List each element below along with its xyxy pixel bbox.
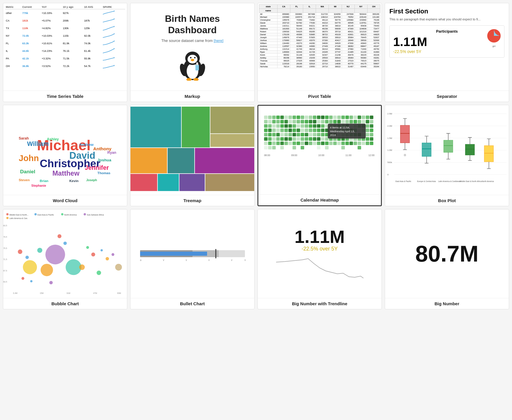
- label-big-number: Big Number: [385, 298, 509, 309]
- card-bullet-chart[interactable]: 0 Y Y Y Y Y Bullet Chart: [130, 209, 255, 309]
- sep-big-number: 1.11M: [393, 36, 501, 48]
- svg-point-342: [106, 257, 109, 261]
- card-calendar-heatmap[interactable]: 4 items at 11:54, Wednesday April 13, 20…: [257, 105, 382, 206]
- card-big-number[interactable]: 80.7M Big Number: [385, 209, 509, 309]
- svg-rect-122: [313, 124, 316, 128]
- svg-rect-52: [158, 174, 179, 191]
- svg-rect-77: [349, 116, 353, 119]
- svg-point-339: [86, 246, 89, 249]
- label-markup: Markup: [130, 91, 254, 102]
- svg-rect-286: [422, 143, 431, 156]
- svg-rect-107: [362, 120, 365, 123]
- svg-rect-50: [195, 148, 254, 173]
- svg-rect-123: [317, 124, 320, 128]
- svg-text:1.5M: 1.5M: [387, 137, 392, 140]
- card-bubble-chart[interactable]: Middle East & North... East Asia & Pacif…: [3, 209, 127, 309]
- svg-point-333: [45, 245, 65, 264]
- svg-text:10:00: 10:00: [318, 154, 324, 157]
- svg-rect-252: [325, 146, 329, 149]
- svg-text:75.5: 75.5: [3, 247, 7, 249]
- card-word-cloud[interactable]: Michael Christopher David John Matthew W…: [3, 105, 127, 206]
- svg-text:Ashley: Ashley: [47, 137, 59, 141]
- card-big-number-trendline[interactable]: 1.11M -22.5% over 5Y Big Number with Tre…: [257, 209, 382, 309]
- svg-text:31M: 31M: [66, 292, 70, 294]
- svg-rect-253: [341, 146, 345, 149]
- markup-link[interactable]: [here]: [214, 38, 223, 43]
- svg-rect-233: [325, 142, 329, 145]
- svg-rect-58: [272, 116, 276, 119]
- svg-rect-46: [210, 107, 254, 133]
- svg-rect-116: [288, 124, 292, 128]
- bn-big-number: 80.7M: [415, 241, 479, 267]
- svg-rect-94: [309, 120, 312, 123]
- svg-rect-59: [276, 116, 280, 119]
- svg-rect-225: [292, 142, 296, 145]
- svg-point-352: [49, 281, 53, 285]
- svg-rect-75: [341, 116, 345, 119]
- svg-rect-21: [195, 65, 199, 70]
- svg-rect-204: [317, 137, 320, 141]
- svg-rect-229: [309, 142, 312, 145]
- preview-big-number: 80.7M: [385, 209, 509, 298]
- svg-text:Stephanie: Stephanie: [31, 184, 46, 187]
- svg-rect-202: [309, 137, 312, 141]
- svg-rect-117: [292, 124, 296, 128]
- svg-text:John: John: [19, 153, 39, 163]
- svg-text:Andrew: Andrew: [79, 142, 94, 147]
- preview-markup: Birth NamesDashboard The source dataset …: [130, 3, 254, 91]
- svg-rect-92: [301, 120, 304, 123]
- svg-text:Kevin: Kevin: [69, 179, 79, 183]
- bullet-chart-svg: 0 Y Y Y Y Y: [137, 245, 248, 262]
- svg-rect-243: [366, 142, 369, 145]
- svg-text:63M: 63M: [117, 292, 121, 294]
- sep-title: First Section: [389, 8, 504, 15]
- card-markup[interactable]: Birth NamesDashboard The source dataset …: [130, 3, 255, 102]
- svg-rect-168: [280, 133, 284, 136]
- svg-rect-53: [179, 174, 205, 191]
- card-separator[interactable]: First Section This is an paragraph that …: [385, 3, 509, 102]
- svg-rect-237: [341, 142, 345, 145]
- svg-point-351: [30, 280, 33, 283]
- svg-point-347: [79, 264, 85, 270]
- svg-rect-245: [264, 146, 268, 149]
- label-bubble-chart: Bubble Chart: [3, 298, 127, 309]
- svg-rect-218: [264, 142, 268, 145]
- svg-text:North America: North America: [64, 214, 77, 216]
- penguin-icon: [179, 47, 206, 81]
- svg-rect-235: [333, 142, 337, 145]
- preview-pivot-table: stateCAFLILMAMINJNYOH name All8998803306…: [258, 3, 382, 91]
- svg-rect-220: [272, 142, 276, 145]
- svg-rect-197: [288, 137, 292, 141]
- svg-rect-62: [288, 116, 292, 119]
- svg-text:Middle East & North...: Middle East & North...: [9, 214, 29, 216]
- svg-rect-234: [329, 142, 333, 145]
- bubble-chart-svg: Middle East & North... East Asia & Pacif…: [3, 209, 127, 297]
- svg-rect-151: [321, 128, 324, 132]
- svg-rect-89: [288, 120, 292, 123]
- svg-rect-65: [301, 116, 304, 119]
- svg-rect-83: [264, 120, 268, 123]
- card-pivot-table[interactable]: stateCAFLILMAMINJNYOH name All8998803306…: [257, 3, 382, 102]
- svg-rect-78: [354, 116, 357, 119]
- card-time-series-table[interactable]: MetricCurrentYoY10 y ago10 AVGSPARK othe…: [3, 3, 127, 102]
- svg-rect-106: [358, 120, 361, 123]
- svg-rect-193: [272, 137, 276, 141]
- svg-point-282: [404, 154, 406, 156]
- svg-text:500k: 500k: [387, 161, 392, 164]
- svg-rect-103: [345, 120, 349, 123]
- svg-rect-248: [280, 146, 284, 149]
- card-treemap[interactable]: Treemap: [130, 105, 255, 206]
- svg-rect-167: [276, 133, 280, 136]
- svg-rect-113: [276, 124, 280, 128]
- svg-rect-192: [268, 137, 272, 141]
- svg-point-341: [100, 249, 103, 251]
- svg-rect-172: [296, 133, 300, 136]
- svg-rect-143: [288, 128, 292, 132]
- card-box-plot[interactable]: 2.5M 2.0M 1.5M 1.0M 500k 0: [385, 105, 509, 206]
- svg-point-316: [61, 213, 63, 216]
- svg-rect-114: [280, 124, 284, 128]
- svg-rect-230: [313, 142, 316, 145]
- svg-rect-111: [268, 124, 272, 128]
- svg-rect-199: [296, 137, 300, 141]
- svg-rect-249: [292, 146, 296, 149]
